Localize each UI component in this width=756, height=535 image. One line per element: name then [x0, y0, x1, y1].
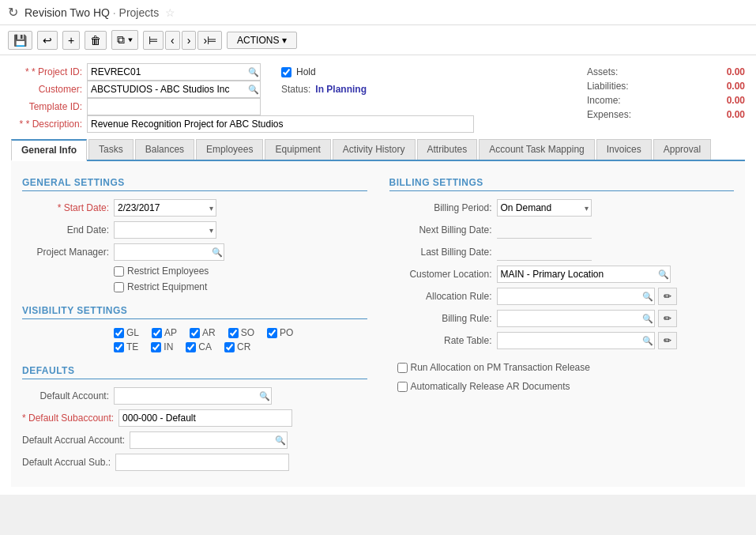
default-accrual-sub-input[interactable] [115, 454, 289, 471]
vis-gl-checkbox[interactable] [114, 328, 124, 338]
restrict-employees-checkbox[interactable] [114, 266, 124, 277]
save-button[interactable]: 💾 [8, 31, 32, 50]
visibility-grid: GL AP AR SO [114, 327, 367, 352]
customer-location-search-button[interactable]: 🔍 [658, 269, 669, 280]
favorite-star-icon[interactable]: ☆ [165, 6, 175, 19]
allocation-rule-edit-button[interactable]: ✏ [658, 288, 677, 305]
vis-ca-checkbox[interactable] [186, 342, 196, 352]
billing-rule-row: Billing Rule: 🔍 ✏ [389, 310, 735, 327]
customer-input[interactable] [87, 81, 261, 98]
billing-period-dropdown[interactable]: On Demand [497, 199, 592, 217]
tab-invoices[interactable]: Invoices [596, 139, 652, 160]
billing-rule-search-button[interactable]: 🔍 [642, 314, 653, 324]
project-manager-input[interactable] [114, 243, 224, 261]
navigation-group: ⊨ ‹ › ›⊨ [143, 31, 222, 50]
restrict-equipment-checkbox[interactable] [114, 282, 124, 292]
auto-release-row: Automatically Release AR Documents [397, 381, 735, 392]
refresh-icon[interactable]: ↻ [8, 5, 18, 20]
tab-activity-history[interactable]: Activity History [333, 139, 416, 160]
last-billing-date-input[interactable] [497, 243, 592, 261]
last-button[interactable]: ›⊨ [197, 31, 222, 50]
project-id-search-button[interactable]: 🔍 [248, 67, 259, 77]
vis-in-checkbox[interactable] [151, 342, 161, 352]
vis-po-checkbox[interactable] [267, 328, 277, 338]
hold-checkbox[interactable] [281, 67, 291, 77]
tab-general-info[interactable]: General Info [11, 139, 87, 161]
start-date-dropdown[interactable]: 2/23/2017 [114, 199, 216, 217]
restrict-employees-label[interactable]: Restrict Employees [114, 266, 209, 277]
auto-release-label[interactable]: Automatically Release AR Documents [397, 381, 570, 392]
end-date-select[interactable] [114, 221, 216, 239]
vis-gl-label: GL [126, 327, 139, 338]
assets-row: Assets: 0.00 [587, 66, 745, 77]
run-allocation-checkbox[interactable] [397, 363, 408, 373]
tab-employees[interactable]: Employees [196, 139, 263, 160]
rate-table-input[interactable] [497, 332, 655, 349]
end-date-dropdown[interactable] [114, 221, 216, 239]
default-subaccount-input[interactable] [118, 409, 292, 427]
customer-search-button[interactable]: 🔍 [248, 85, 259, 95]
billing-period-select[interactable]: On Demand [497, 199, 592, 217]
restrict-equipment-label[interactable]: Restrict Equipment [114, 281, 207, 292]
default-account-input[interactable] [114, 387, 272, 405]
vis-ar-checkbox[interactable] [190, 328, 200, 338]
expenses-row: Expenses: 0.00 [587, 109, 745, 120]
project-manager-search-button[interactable]: 🔍 [212, 247, 223, 258]
copy-button[interactable]: ⧉ ▾ [111, 30, 138, 50]
next-billing-date-input[interactable] [497, 221, 592, 239]
restrict-equipment-row: Restrict Equipment [114, 281, 367, 292]
template-id-input[interactable] [87, 98, 261, 115]
liabilities-row: Liabilities: 0.00 [587, 81, 745, 92]
actions-button[interactable]: ACTIONS ▾ [227, 32, 297, 49]
tab-equipment[interactable]: Equipment [265, 139, 330, 160]
start-date-select[interactable]: 2/23/2017 [114, 199, 216, 217]
project-id-input[interactable] [87, 63, 261, 81]
description-input[interactable] [87, 115, 474, 133]
first-button[interactable]: ⊨ [143, 31, 164, 50]
top-bar: ↻ Revision Two HQ · Projects ☆ [0, 0, 756, 25]
rate-table-search-button[interactable]: 🔍 [642, 336, 653, 346]
project-manager-label: Project Manager: [22, 247, 109, 258]
tabs-bar: General Info Tasks Balances Employees Eq… [11, 139, 745, 161]
billing-settings-title: BILLING SETTINGS [389, 177, 735, 191]
customer-location-input[interactable] [497, 266, 671, 283]
billing-settings-form: Billing Period: On Demand Next Billing D… [389, 199, 735, 392]
defaults-title: DEFAULTS [22, 365, 367, 379]
liabilities-label: Liabilities: [587, 81, 650, 92]
tab-balances[interactable]: Balances [135, 139, 194, 160]
tab-account-task-mapping[interactable]: Account Task Mapping [479, 139, 595, 160]
add-button[interactable]: + [62, 31, 80, 50]
default-accrual-account-input-wrap: 🔍 [130, 431, 288, 449]
rate-table-label: Rate Table: [389, 335, 492, 346]
tab-tasks[interactable]: Tasks [88, 139, 134, 160]
prev-button[interactable]: ‹ [165, 31, 180, 50]
vis-cr-checkbox[interactable] [224, 342, 235, 352]
auto-release-checkbox[interactable] [397, 382, 408, 392]
billing-rule-edit-button[interactable]: ✏ [658, 310, 677, 327]
default-accrual-account-input[interactable] [130, 431, 288, 449]
allocation-rule-label: Allocation Rule: [389, 291, 492, 302]
run-allocation-text: Run Allocation on PM Transaction Release [411, 362, 590, 373]
vis-ap-checkbox[interactable] [152, 328, 162, 338]
delete-button[interactable]: 🗑 [85, 31, 107, 50]
undo-button[interactable]: ↩ [37, 31, 58, 50]
rate-table-edit-button[interactable]: ✏ [658, 332, 677, 349]
default-account-row: Default Account: 🔍 [22, 387, 367, 405]
general-settings-section: GENERAL SETTINGS * Start Date: 2/23/2017 [22, 177, 367, 292]
hold-label[interactable]: Hold [296, 66, 316, 77]
vis-so-checkbox[interactable] [228, 328, 239, 338]
tab-approval[interactable]: Approval [653, 139, 711, 160]
tab-attributes[interactable]: Attributes [417, 139, 478, 160]
vis-gl: GL [114, 327, 139, 338]
vis-te-checkbox[interactable] [114, 342, 124, 352]
billing-rule-input[interactable] [497, 310, 655, 327]
allocation-rule-input[interactable] [497, 288, 655, 305]
default-accrual-account-search-button[interactable]: 🔍 [275, 435, 286, 446]
description-label: * Description: [11, 119, 82, 130]
default-account-search-button[interactable]: 🔍 [259, 391, 270, 401]
last-billing-date-row: Last Billing Date: [389, 243, 735, 261]
run-allocation-label[interactable]: Run Allocation on PM Transaction Release [397, 362, 590, 373]
next-button[interactable]: › [182, 31, 197, 50]
allocation-rule-search-button[interactable]: 🔍 [642, 292, 653, 302]
status-value: In Planning [315, 84, 367, 95]
